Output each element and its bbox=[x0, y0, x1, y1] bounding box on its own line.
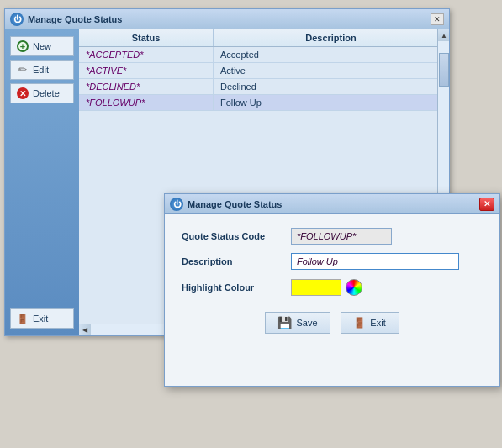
dialog-window-title: Manage Quote Status bbox=[188, 199, 282, 209]
desc-row: Description bbox=[182, 253, 483, 270]
scrollbar-thumb[interactable] bbox=[439, 53, 449, 87]
desc-cell: Follow Up bbox=[214, 95, 449, 110]
main-close-button[interactable]: ✕ bbox=[431, 13, 444, 25]
exit-label: Exit bbox=[33, 314, 48, 324]
code-input[interactable] bbox=[291, 228, 392, 245]
delete-label: Delete bbox=[33, 88, 60, 98]
scroll-left-arrow[interactable]: ◀ bbox=[79, 324, 91, 336]
dialog-footer: 💾 Save 🚪 Exit bbox=[182, 305, 483, 334]
colour-circle-icon bbox=[346, 279, 362, 296]
dialog-window: ⏻ Manage Quote Status ✕ Quote Status Cod… bbox=[164, 193, 500, 387]
save-button[interactable]: 💾 Save bbox=[265, 312, 330, 334]
edit-icon: ✏ bbox=[16, 63, 29, 76]
main-title-bar: ⏻ Manage Quote Status ✕ bbox=[5, 9, 449, 29]
table-row[interactable]: *FOLLOWUP* Follow Up bbox=[79, 95, 449, 111]
description-input[interactable] bbox=[291, 253, 459, 270]
main-window-title: Manage Quote Status bbox=[28, 14, 122, 24]
colour-row: Highlight Colour bbox=[182, 278, 483, 297]
desc-cell: Accepted bbox=[214, 47, 449, 62]
dialog-title-bar: ⏻ Manage Quote Status ✕ bbox=[165, 194, 499, 214]
status-cell: *ACCEPTED* bbox=[79, 47, 214, 62]
description-column-header: Description bbox=[214, 29, 449, 46]
status-cell: *FOLLOWUP* bbox=[79, 95, 214, 110]
sidebar: New ✏ Edit ✕ Delete 🚪 bbox=[5, 29, 79, 335]
code-row: Quote Status Code bbox=[182, 228, 483, 245]
scroll-up-arrow[interactable]: ▲ bbox=[438, 29, 449, 41]
exit-label: Exit bbox=[370, 318, 385, 328]
exit-icon: 🚪 bbox=[16, 312, 29, 325]
edit-button[interactable]: ✏ Edit bbox=[10, 60, 74, 80]
dialog-title-left: ⏻ Manage Quote Status bbox=[170, 198, 282, 211]
dialog-close-button[interactable]: ✕ bbox=[479, 198, 494, 211]
desc-cell: Declined bbox=[214, 79, 449, 94]
dialog-window-icon: ⏻ bbox=[170, 198, 183, 211]
desc-cell: Active bbox=[214, 63, 449, 78]
delete-icon: ✕ bbox=[16, 87, 29, 100]
status-cell: *DECLINED* bbox=[79, 79, 214, 94]
title-bar-left: ⏻ Manage Quote Status bbox=[10, 13, 122, 26]
main-window-icon: ⏻ bbox=[10, 13, 24, 26]
exit-button[interactable]: 🚪 Exit bbox=[10, 308, 74, 329]
desc-label: Description bbox=[182, 256, 291, 266]
status-cell: *ACTIVE* bbox=[79, 63, 214, 78]
new-label: New bbox=[33, 41, 51, 51]
sidebar-top: New ✏ Edit ✕ Delete bbox=[10, 36, 74, 103]
colour-swatch[interactable] bbox=[291, 279, 341, 296]
colour-label: Highlight Colour bbox=[182, 282, 291, 293]
dialog-exit-button[interactable]: 🚪 Exit bbox=[341, 312, 399, 334]
save-icon: 💾 bbox=[277, 316, 292, 329]
new-icon bbox=[16, 40, 29, 53]
new-button[interactable]: New bbox=[10, 36, 74, 56]
dialog-content: Quote Status Code Description Highlight … bbox=[165, 214, 499, 347]
edit-label: Edit bbox=[33, 65, 49, 75]
colour-picker-button[interactable] bbox=[345, 278, 363, 297]
colour-picker-row bbox=[291, 278, 363, 297]
delete-button[interactable]: ✕ Delete bbox=[10, 83, 74, 103]
table-row[interactable]: *ACCEPTED* Accepted bbox=[79, 47, 449, 63]
table-row[interactable]: *DECLINED* Declined bbox=[79, 79, 449, 95]
table-row[interactable]: *ACTIVE* Active bbox=[79, 63, 449, 79]
dialog-exit-icon: 🚪 bbox=[353, 317, 366, 329]
table-header: Status Description bbox=[79, 29, 449, 47]
save-label: Save bbox=[296, 318, 317, 328]
code-label: Quote Status Code bbox=[182, 231, 291, 241]
status-column-header: Status bbox=[79, 29, 214, 46]
